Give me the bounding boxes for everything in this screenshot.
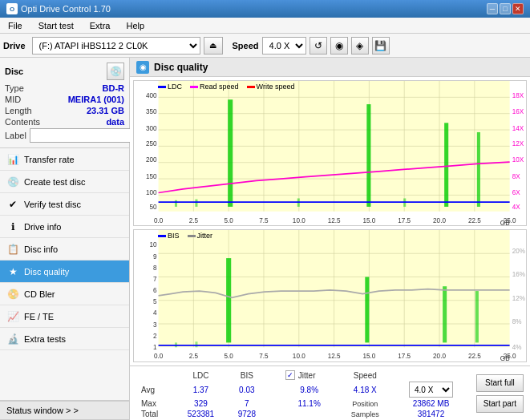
svg-text:7.5: 7.5: [259, 352, 268, 361]
nav-label-cd-bler: CD Bler: [24, 289, 55, 299]
svg-text:9: 9: [153, 252, 157, 261]
ldc-chart: LDC Read speed Write speed: [133, 80, 527, 226]
svg-text:4%: 4%: [512, 342, 522, 351]
status-window-label: Status window > >: [6, 406, 79, 415]
svg-rect-69: [443, 286, 447, 342]
legend-write-speed-label: Write speed: [257, 83, 295, 91]
svg-text:6X: 6X: [512, 188, 520, 196]
svg-text:300: 300: [146, 123, 157, 132]
svg-text:5: 5: [153, 297, 157, 306]
svg-text:16X: 16X: [512, 107, 524, 115]
svg-text:250: 250: [146, 139, 157, 148]
close-button[interactable]: ✕: [512, 3, 524, 14]
svg-text:0.0: 0.0: [154, 352, 163, 361]
burn-button[interactable]: ◉: [330, 37, 348, 55]
sidebar-item-transfer-rate[interactable]: 📊 Transfer rate: [0, 148, 129, 171]
minimize-button[interactable]: ─: [487, 3, 498, 14]
disc-quality-panel-icon: ◉: [136, 61, 149, 74]
menu-file[interactable]: File: [3, 19, 27, 32]
avg-label: Avg: [136, 381, 175, 398]
chart1-legend: LDC Read speed Write speed: [158, 83, 294, 91]
save-button[interactable]: 💾: [372, 37, 390, 55]
svg-text:8%: 8%: [512, 317, 522, 326]
action-buttons: Start full Start part: [476, 370, 524, 417]
svg-rect-22: [195, 200, 197, 207]
svg-rect-68: [365, 277, 369, 343]
avg-bis: 0.03: [227, 381, 266, 398]
avg-ldc: 1.37: [175, 381, 227, 398]
stats-table: LDC BIS ✓ Jitter Speed: [136, 370, 470, 417]
legend-jitter-label: Jitter: [197, 232, 213, 240]
maximize-button[interactable]: □: [500, 3, 511, 14]
app-title: Opti Drive Control 1.70: [21, 4, 111, 14]
legend-bis-label: BIS: [168, 232, 180, 240]
avg-jitter: 9.8%: [281, 381, 338, 398]
sidebar-item-cd-bler[interactable]: 📀 CD Bler: [0, 283, 129, 305]
start-part-button[interactable]: Start part: [476, 395, 524, 413]
max-label: Max: [136, 398, 175, 409]
svg-text:17.5: 17.5: [398, 216, 411, 224]
disc-label-input[interactable]: [30, 128, 136, 143]
svg-rect-21: [175, 200, 177, 207]
settings-button[interactable]: ◈: [351, 37, 369, 55]
legend-read-speed-label: Read speed: [200, 83, 239, 91]
disc-type-row: Type BD-R: [5, 83, 124, 93]
legend-ldc: LDC: [158, 83, 182, 91]
samples-label: Samples: [338, 409, 392, 419]
disc-length-row: Length 23.31 GB: [5, 106, 124, 115]
disc-contents-value: data: [106, 117, 124, 127]
max-jitter: 11.1%: [281, 398, 338, 409]
sidebar-item-disc-quality[interactable]: ★ Disc quality: [0, 260, 129, 283]
svg-text:350: 350: [146, 107, 157, 115]
svg-text:2.5: 2.5: [189, 216, 198, 224]
svg-rect-20: [477, 132, 480, 207]
menu-start-test[interactable]: Start test: [34, 19, 79, 32]
drive-label: Drive: [3, 41, 26, 50]
nav-label-create-test-disc: Create test disc: [24, 177, 85, 187]
sidebar-item-extra-tests[interactable]: 🔬 Extra tests: [0, 328, 129, 350]
col-bis: BIS: [227, 370, 266, 381]
fe-te-icon: 📈: [6, 310, 19, 323]
stats-max-row: Max 329 7 11.1% Position 23862 MB: [136, 398, 470, 409]
sidebar-item-create-test-disc[interactable]: 💿 Create test disc: [0, 171, 129, 193]
sidebar-item-verify-test-disc[interactable]: ✔ Verify test disc: [0, 193, 129, 216]
disc-mid-row: MID MEIRA1 (001): [5, 95, 124, 104]
sidebar-item-disc-info[interactable]: 📋 Disc info: [0, 238, 129, 260]
sidebar-item-drive-info[interactable]: ℹ Drive info: [0, 216, 129, 238]
menu-help[interactable]: Help: [121, 19, 149, 32]
svg-text:5.0: 5.0: [225, 216, 233, 224]
eject-button[interactable]: ⏏: [204, 37, 223, 55]
svg-text:400: 400: [146, 91, 157, 99]
menu-extra[interactable]: Extra: [85, 19, 115, 32]
svg-text:15.0: 15.0: [362, 216, 375, 224]
transfer-rate-icon: 📊: [6, 153, 19, 166]
status-window-button[interactable]: Status window > >: [0, 401, 129, 420]
disc-icon-button[interactable]: 💿: [107, 63, 124, 80]
jitter-checkbox[interactable]: ✓: [285, 370, 295, 380]
max-ldc: 329: [175, 398, 227, 409]
start-full-button[interactable]: Start full: [476, 374, 524, 392]
disc-type-value: BD-R: [103, 83, 125, 93]
sidebar-item-fe-te[interactable]: 📈 FE / TE: [0, 305, 129, 328]
stats-total-row: Total 523381 9728 Samples 381472: [136, 409, 470, 419]
total-ldc: 523381: [175, 409, 227, 419]
disc-label-row: Label ✏: [5, 128, 124, 143]
speed-dropdown[interactable]: 4.0 X: [409, 382, 453, 398]
stats-panel: LDC BIS ✓ Jitter Speed: [130, 365, 530, 420]
disc-quality-icon: ★: [6, 265, 19, 278]
disc-type-label: Type: [5, 83, 24, 93]
drive-select[interactable]: (F:) ATAPI iHBS112 2 CL0K: [32, 37, 200, 55]
svg-text:14X: 14X: [512, 123, 524, 132]
refresh-button[interactable]: ↺: [310, 37, 327, 55]
bis-chart: BIS Jitter: [133, 229, 527, 362]
app-icon: O: [6, 3, 18, 14]
samples-value: 381472: [392, 409, 470, 419]
svg-text:200: 200: [146, 155, 157, 164]
svg-rect-67: [226, 258, 231, 342]
col-ldc: LDC: [175, 370, 227, 381]
speed-select[interactable]: 4.0 X: [262, 37, 306, 55]
nav-label-extra-tests: Extra tests: [24, 334, 66, 344]
toolbar: Drive (F:) ATAPI iHBS112 2 CL0K ⏏ Speed …: [0, 34, 530, 58]
svg-text:20.0: 20.0: [433, 216, 446, 224]
content-area: ◉ Disc quality LDC Read speed: [130, 58, 530, 420]
